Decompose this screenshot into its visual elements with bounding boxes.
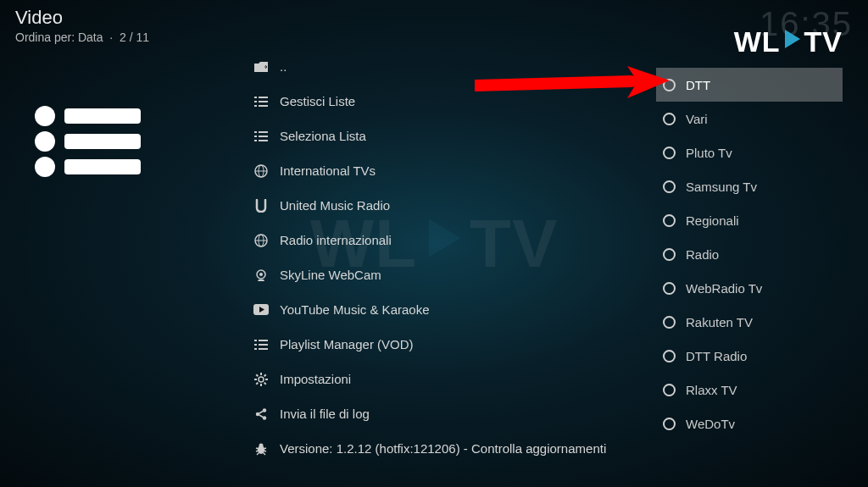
svg-rect-34 xyxy=(254,344,257,346)
radio-icon xyxy=(663,384,676,396)
main-menu-item[interactable]: Impostazioni xyxy=(246,362,644,396)
svg-rect-36 xyxy=(254,348,257,350)
list-icon xyxy=(249,339,273,351)
side-menu-item[interactable]: DTT xyxy=(656,68,843,102)
side-menu-item[interactable]: Vari xyxy=(656,102,843,136)
radio-icon xyxy=(663,113,676,125)
side-menu-item-label: Samsung Tv xyxy=(686,180,757,194)
svg-rect-9 xyxy=(64,159,141,174)
svg-line-43 xyxy=(256,374,258,376)
svg-rect-10 xyxy=(254,97,257,98)
list-position: 2 / 11 xyxy=(120,30,149,44)
main-menu-item-label: SkyLine WebCam xyxy=(280,268,381,282)
svg-point-38 xyxy=(259,377,264,382)
main-menu-item-label: Impostazioni xyxy=(280,372,351,386)
webcam-icon xyxy=(249,268,273,282)
radio-icon xyxy=(663,282,676,295)
side-menu-item-label: WebRadio Tv xyxy=(686,281,762,296)
page-title: Video xyxy=(15,7,149,29)
svg-rect-11 xyxy=(259,97,268,98)
main-menu-list: ..Gestisci ListeSeleziona ListaInternati… xyxy=(246,49,644,466)
svg-rect-37 xyxy=(259,348,268,350)
side-menu-item[interactable]: Samsung Tv xyxy=(656,169,843,203)
side-menu-list: DTTVariPluto TvSamsung TvRegionaliRadioW… xyxy=(656,68,843,440)
svg-line-51 xyxy=(259,415,263,418)
main-menu-item-label: United Music Radio xyxy=(280,198,390,213)
radio-icon xyxy=(663,418,676,430)
side-menu-item[interactable]: WeDoTv xyxy=(656,407,843,440)
list-icon xyxy=(249,96,273,108)
main-menu-item-label: Versione: 1.2.12 (hotfix:121206) - Contr… xyxy=(280,441,606,456)
side-menu-item-label: DTT xyxy=(686,78,710,92)
sort-prefix: Ordina per: xyxy=(15,30,75,44)
youtube-icon xyxy=(249,304,273,315)
main-menu-item-label: Playlist Manager (VOD) xyxy=(280,337,414,351)
logo-left: WL xyxy=(734,25,781,58)
main-menu-item[interactable]: United Music Radio xyxy=(246,188,644,223)
radio-icon xyxy=(663,180,676,193)
folder-up-icon xyxy=(249,61,273,73)
svg-rect-16 xyxy=(254,131,257,133)
svg-line-44 xyxy=(264,382,266,384)
side-menu-item-label: Radio xyxy=(686,247,719,262)
side-menu-item[interactable]: Regionali xyxy=(656,203,843,237)
svg-line-59 xyxy=(264,452,266,455)
main-menu-item[interactable]: Seleziona Lista xyxy=(246,119,644,153)
radio-icon xyxy=(663,350,676,362)
svg-line-55 xyxy=(264,448,266,449)
list-view-icon[interactable] xyxy=(32,103,142,183)
gear-icon xyxy=(249,373,273,386)
main-menu-item[interactable]: Gestisci Liste xyxy=(246,84,644,119)
side-menu-item[interactable]: DTT Radio xyxy=(656,339,843,373)
svg-rect-18 xyxy=(254,136,257,137)
main-menu-item-label: Gestisci Liste xyxy=(280,94,355,108)
svg-rect-5 xyxy=(64,108,141,124)
main-menu-item-label: .. xyxy=(280,59,287,74)
globe-icon xyxy=(249,164,273,178)
side-menu-item-label: Regionali xyxy=(686,213,739,228)
main-menu-item[interactable]: .. xyxy=(246,49,644,84)
list-icon xyxy=(249,130,273,142)
svg-point-53 xyxy=(259,443,264,447)
svg-line-57 xyxy=(264,451,266,451)
side-menu-item[interactable]: Pluto Tv xyxy=(656,136,843,169)
logo-right: TV xyxy=(804,25,843,58)
svg-point-6 xyxy=(35,131,55,152)
main-menu-item[interactable]: Playlist Manager (VOD) xyxy=(246,327,644,362)
svg-point-29 xyxy=(259,273,263,276)
side-menu-item-label: Pluto Tv xyxy=(686,146,732,160)
side-menu-item-label: DTT Radio xyxy=(686,349,747,363)
side-menu-item[interactable]: Rakuten TV xyxy=(656,305,843,339)
radio-icon xyxy=(663,214,676,227)
svg-point-4 xyxy=(35,106,55,126)
main-menu-item-label: Radio internazionali xyxy=(280,233,392,247)
main-menu-item[interactable]: Versione: 1.2.12 (hotfix:121206) - Contr… xyxy=(246,431,644,466)
radio-icon xyxy=(663,316,676,329)
radio-icon xyxy=(663,147,676,159)
main-menu-item[interactable]: International TVs xyxy=(246,153,644,188)
svg-marker-3 xyxy=(785,30,800,48)
globe-icon xyxy=(249,234,273,247)
side-menu-item[interactable]: Radio xyxy=(656,237,843,271)
main-menu-item[interactable]: SkyLine WebCam xyxy=(246,257,644,292)
svg-rect-17 xyxy=(259,131,268,133)
main-menu-item[interactable]: Radio internazionali xyxy=(246,223,644,257)
wltv-logo: WL TV xyxy=(734,25,843,58)
main-menu-item-label: Invia il file di log xyxy=(280,407,370,421)
sort-value: Data xyxy=(78,30,103,44)
share-icon xyxy=(249,407,273,421)
svg-rect-35 xyxy=(259,344,268,346)
side-menu-item-label: Rakuten TV xyxy=(686,315,753,329)
side-menu-item-label: Rlaxx TV xyxy=(686,383,737,397)
header: Video Ordina per: Data · 2 / 11 xyxy=(15,7,149,44)
side-menu-item[interactable]: WebRadio Tv xyxy=(656,271,843,305)
music-u-icon xyxy=(249,199,273,213)
main-menu-item[interactable]: Invia il file di log xyxy=(246,396,644,431)
svg-line-45 xyxy=(256,382,258,384)
svg-rect-33 xyxy=(259,340,268,341)
svg-rect-14 xyxy=(254,105,257,107)
side-menu-item[interactable]: Rlaxx TV xyxy=(656,373,843,407)
main-menu-item[interactable]: YouTube Music & Karaoke xyxy=(246,292,644,327)
svg-rect-12 xyxy=(254,101,257,102)
svg-point-8 xyxy=(35,157,55,177)
